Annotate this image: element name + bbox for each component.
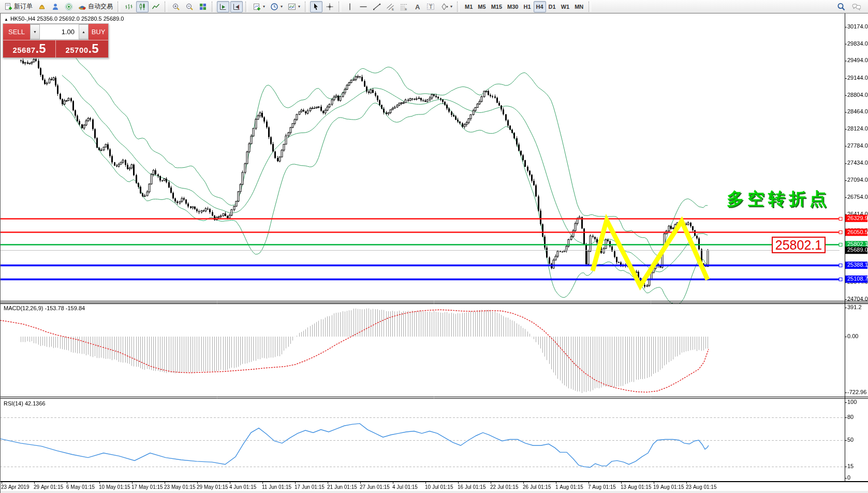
volume-input[interactable]: 1.00 (40, 24, 79, 39)
signals-button[interactable] (63, 1, 75, 12)
crosshair-button[interactable] (323, 1, 336, 12)
timeframe-d1-button[interactable]: D1 (546, 1, 558, 12)
timeframe-w1-button[interactable]: W1 (558, 1, 572, 12)
timeframe-m30-button[interactable]: M30 (505, 1, 521, 12)
label-button[interactable]: T (424, 1, 437, 12)
channel-button[interactable]: E (384, 1, 396, 12)
volume-decrease-button[interactable]: ▼ (30, 24, 40, 39)
search-button[interactable] (835, 1, 847, 12)
sell-price[interactable]: 25687.5 (3, 40, 55, 57)
buy-price-frac: .5 (89, 42, 99, 55)
chart-shift-icon (232, 3, 241, 11)
timeframe-m1-button[interactable]: M1 (462, 1, 475, 12)
chat-button[interactable] (849, 1, 863, 12)
indicators-button[interactable]: ▾ (286, 1, 302, 12)
timeframe-m15-button[interactable]: M15 (489, 1, 505, 12)
rsi-label: RSI(14) 42.1366 (4, 400, 46, 407)
auto-scroll-button[interactable] (217, 1, 229, 12)
timeframe-h1-button[interactable]: H1 (521, 1, 533, 12)
cursor-button[interactable] (310, 1, 322, 12)
vertical-line-icon (346, 3, 354, 11)
horizontal-line-icon (359, 3, 367, 11)
trendline-button[interactable] (371, 1, 383, 12)
horizontal-line-button[interactable] (357, 1, 370, 12)
candlestick-icon (138, 3, 146, 11)
bar-chart-button[interactable] (123, 1, 135, 12)
fibonacci-button[interactable]: F (398, 1, 410, 12)
date-axis[interactable] (0, 482, 868, 493)
community-icon (51, 3, 60, 11)
shapes-button[interactable]: ▾ (438, 1, 454, 12)
bar-chart-icon (125, 3, 133, 11)
chart-shift-button[interactable] (230, 1, 243, 12)
autotrade-label: 自动交易 (88, 2, 113, 11)
shapes-icon (440, 3, 448, 11)
trading-terminal-window: 新订单 自动交易 ▾ ▾ ▾ E F A T ▾ (0, 0, 868, 493)
price-chart-pane[interactable] (0, 13, 868, 303)
community-button[interactable] (49, 1, 62, 12)
autotrade-button[interactable]: 自动交易 (76, 1, 115, 12)
fibonacci-icon: F (400, 3, 408, 11)
text-icon: A (413, 3, 421, 11)
new-order-icon (4, 3, 12, 11)
toolbar-separator (245, 2, 248, 12)
timeframe-m5-button[interactable]: M5 (475, 1, 488, 12)
zoom-in-button[interactable] (170, 1, 182, 12)
timeframe-h4-button[interactable]: H4 (534, 1, 546, 12)
channel-icon: E (386, 3, 394, 11)
gold-icon (38, 3, 46, 11)
symbol-ohlc-text: HK50-,H4 25356.0 25692.0 25280.5 25689.0 (10, 16, 124, 22)
cursor-icon (312, 3, 320, 11)
label-icon: T (426, 3, 435, 11)
text-button[interactable]: A (411, 1, 423, 12)
one-click-trade-panel: SELL ▼ 1.00 ▲ BUY 25687.5 25700.5 (3, 23, 109, 58)
toolbar-separator (165, 2, 167, 12)
crosshair-icon (326, 3, 334, 11)
buy-button[interactable]: BUY (89, 24, 108, 40)
vertical-line-button[interactable] (344, 1, 356, 12)
buy-price[interactable]: 25700.5 (55, 40, 108, 57)
volume-box: ▼ 1.00 ▲ (30, 24, 89, 40)
sell-button[interactable]: SELL (3, 24, 30, 40)
macd-label: MACD(12,26,9) -153.78 -159.84 (4, 305, 85, 311)
chevron-down-icon: ▾ (281, 4, 283, 9)
timeframe-mn-button[interactable]: MN (572, 1, 586, 12)
period-clock-icon (270, 3, 278, 11)
sell-price-frac: .5 (36, 42, 46, 55)
auto-scroll-icon (219, 3, 227, 11)
chevron-down-icon: ▾ (263, 4, 265, 9)
toolbar-separator (212, 2, 214, 12)
new-order-label: 新订单 (14, 2, 33, 11)
macd-indicator-pane[interactable] (0, 303, 868, 399)
svg-text:T: T (429, 4, 433, 10)
zoom-out-button[interactable] (183, 1, 196, 12)
toolbar-separator (117, 2, 120, 12)
tile-windows-button[interactable] (197, 1, 209, 12)
toolbar-separator (305, 2, 307, 12)
search-icon (837, 3, 845, 11)
candlestick-button[interactable] (136, 1, 149, 12)
volume-increase-button[interactable]: ▲ (79, 24, 89, 39)
trendline-icon (373, 3, 381, 11)
svg-text:E: E (392, 8, 394, 11)
period-button[interactable]: ▾ (268, 1, 285, 12)
chevron-down-icon: ▾ (450, 4, 452, 9)
bull-bear-turning-point-annotation: 多空转折点 (727, 187, 830, 211)
new-order-button[interactable]: 新订单 (2, 1, 35, 12)
line-chart-button[interactable] (150, 1, 162, 12)
gold-button[interactable] (36, 1, 48, 12)
toolbar-separator (457, 2, 460, 12)
new-chart-icon (253, 3, 261, 11)
new-chart-button[interactable]: ▾ (251, 1, 267, 12)
chat-icon (851, 3, 861, 11)
zoom-out-icon (185, 3, 194, 11)
signals-icon (65, 3, 73, 11)
timeframe-group: M1M5M15M30H1H4D1W1MN (462, 1, 586, 12)
buy-price-main: 25700 (65, 46, 88, 54)
rsi-indicator-pane[interactable] (0, 399, 868, 482)
indicators-icon (288, 3, 296, 11)
zoom-in-icon (172, 3, 180, 11)
svg-text:F: F (405, 8, 407, 11)
toolbar-separator (339, 2, 341, 12)
price-callout-label[interactable]: 25802.1 (772, 237, 826, 253)
